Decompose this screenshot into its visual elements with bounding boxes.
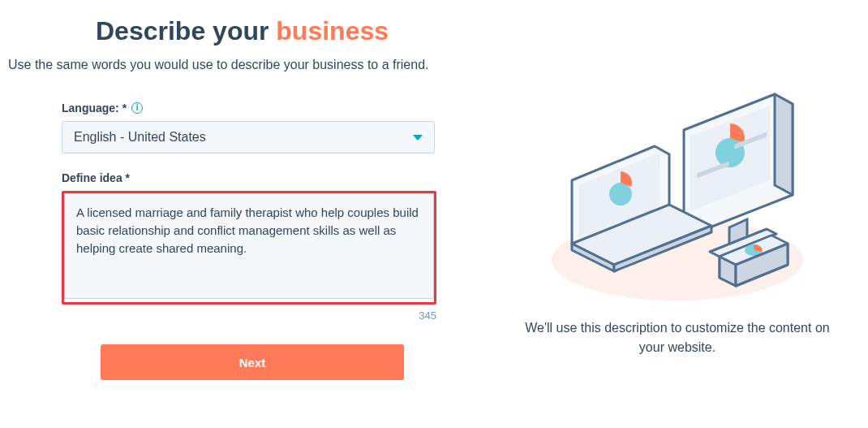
title-plain: Describe your (96, 16, 276, 45)
devices-illustration (539, 65, 815, 300)
illustration-caption: We'll use this description to customize … (523, 318, 831, 357)
page-title: Describe your business (96, 16, 462, 46)
language-label: Language: * (62, 102, 127, 115)
idea-textarea-highlight (62, 191, 436, 305)
chevron-down-icon (413, 135, 423, 141)
char-counter: 345 (62, 309, 436, 322)
idea-textarea[interactable] (64, 193, 434, 299)
idea-label: Define idea * (62, 171, 130, 184)
page-subtitle: Use the same words you would use to desc… (8, 58, 462, 72)
next-button[interactable]: Next (101, 344, 404, 380)
language-select[interactable]: English - United States (62, 121, 435, 153)
language-value: English - United States (74, 130, 206, 145)
info-icon[interactable]: i (131, 102, 143, 114)
title-highlight: business (276, 16, 389, 45)
